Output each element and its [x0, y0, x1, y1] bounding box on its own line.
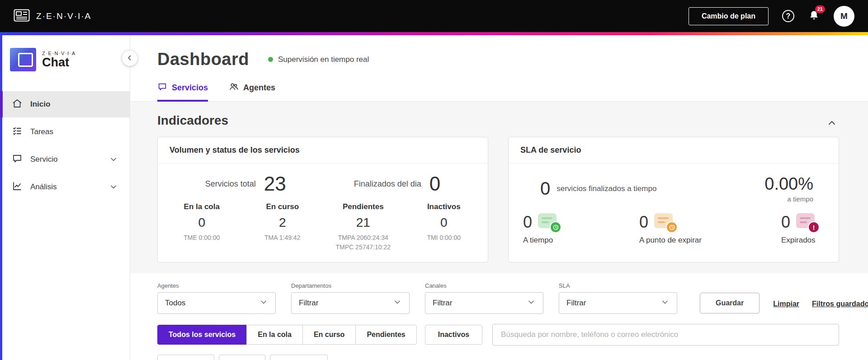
filter-sla: SLA Filtrar — [559, 282, 677, 314]
stat-label: En la cola — [161, 202, 242, 211]
finished-today: Finalizados del dia 0 — [354, 173, 441, 195]
saved-filters-link[interactable]: Filtros guardados — [812, 300, 868, 308]
tab-pendientes[interactable]: Pendientes — [355, 325, 416, 345]
finished-today-value: 0 — [429, 173, 440, 195]
stat-inactivos: Inactivos 0 TMI 0:00:00 — [404, 202, 485, 252]
change-plan-button[interactable]: Cambio de plan — [689, 7, 769, 25]
brand-name: Z·E·N·V·I·A — [36, 11, 91, 21]
filter-canales: Canales Filtrar — [425, 282, 543, 314]
stat-sub: TME 0:00:00 — [161, 233, 242, 243]
select-value: Filtrar — [566, 299, 586, 308]
sla-on-time-value: 0 — [523, 213, 532, 232]
sla-expired-value: 0 — [781, 213, 790, 232]
agentes-select[interactable]: Todos — [157, 292, 276, 314]
realtime-status: Supervisión en tiempo real — [268, 55, 369, 64]
brand-gradient-bar — [0, 32, 868, 35]
user-avatar[interactable]: M — [834, 6, 854, 27]
sidebar-item-label: Servicio — [30, 155, 57, 164]
stat-value: 0 — [161, 215, 242, 230]
actions-bar: Transferir Cerrar Descartar Definir colu… — [130, 346, 868, 360]
sla-about-to-expire-value: 0 — [639, 213, 648, 232]
select-value: Filtrar — [433, 299, 452, 308]
tab-en-curso[interactable]: En curso — [302, 325, 356, 345]
sla-card-title: SLA de servicio — [509, 137, 839, 164]
zenvia-chat-logo-icon — [10, 48, 36, 71]
tab-agentes[interactable]: Agentes — [229, 82, 275, 102]
zenvia-logo-icon — [14, 9, 30, 23]
chat-bubble-icon — [157, 82, 167, 94]
indicators-title: Indicadores — [157, 113, 228, 128]
tasks-icon — [12, 126, 23, 139]
service-status-tabs: Todos los servicios En la cola En curso … — [157, 325, 417, 345]
sidebar-item-label: Análisis — [30, 182, 57, 192]
chevron-down-icon — [109, 155, 118, 164]
help-button[interactable]: ? — [782, 10, 794, 22]
expired-chat-alert-icon: ! — [796, 213, 818, 232]
sidebar-item-label: Inicio — [30, 100, 50, 109]
save-filters-button[interactable]: Guardar — [700, 293, 760, 313]
chevron-down-icon — [660, 298, 670, 309]
stat-sub: TMI 0:00:00 — [404, 233, 485, 243]
sla-on-time: 0 A tiempo — [523, 213, 560, 245]
tab-label: Agentes — [243, 83, 275, 93]
stat-pendientes: Pendientes 21 TMPA 2060:24:34 TMPC 25747… — [323, 202, 404, 252]
services-total: Servicios total 23 — [205, 173, 286, 195]
home-icon — [12, 98, 23, 111]
sidebar-item-inicio[interactable]: Inicio — [0, 91, 130, 117]
stat-en-curso: En curso 2 TMA 1:49:42 — [242, 202, 323, 252]
chevron-down-icon — [393, 298, 402, 309]
tab-todos-los-servicios[interactable]: Todos los servicios — [157, 325, 247, 345]
tab-servicios[interactable]: Servicios — [157, 82, 208, 102]
sla-on-time-label: A tiempo — [523, 236, 560, 245]
transfer-button[interactable]: Transferir — [157, 355, 214, 360]
sidebar-menu: Inicio Tareas Servicio — [0, 91, 130, 200]
departamentos-select[interactable]: Filtrar — [291, 292, 410, 314]
sla-select[interactable]: Filtrar — [559, 292, 677, 314]
logo-product-text: Chat — [42, 56, 76, 69]
stat-value: 0 — [404, 215, 485, 230]
sla-finished-label: servicios finalizados a tiempo — [557, 184, 656, 193]
topbar: Z·E·N·V·I·A Cambio de plan ? 21 M — [0, 0, 868, 32]
agents-icon — [229, 82, 239, 94]
sidebar-item-servicio[interactable]: Servicio — [0, 146, 130, 173]
canales-select[interactable]: Filtrar — [425, 292, 543, 314]
status-dot — [268, 57, 273, 62]
search-input[interactable] — [492, 324, 839, 346]
collapse-indicators-button[interactable] — [825, 116, 839, 131]
sla-expired: 0 ! Expirados — [781, 213, 818, 245]
stat-value: 21 — [323, 215, 404, 230]
topbar-actions: Cambio de plan ? 21 M — [689, 6, 854, 27]
stat-sub: TMA 1:49:42 — [242, 233, 323, 243]
tab-inactivos[interactable]: Inactivos — [425, 325, 482, 345]
stat-sub: TMPA 2060:24:34 — [323, 233, 404, 243]
sidebar-collapse-button[interactable] — [122, 51, 137, 66]
sla-percent: 0.00% a tiempo — [764, 174, 813, 203]
sidebar-item-analisis[interactable]: Análisis — [0, 174, 130, 200]
chat-bubble-icon — [12, 153, 23, 166]
tab-label: Servicios — [172, 83, 208, 93]
chevron-down-icon — [109, 182, 118, 192]
tab-en-la-cola[interactable]: En la cola — [246, 325, 303, 345]
on-time-chat-clock-icon — [538, 213, 560, 232]
sidebar-item-label: Tareas — [30, 127, 53, 136]
sidebar-accent-edge — [0, 35, 2, 360]
stat-en-la-cola: En la cola 0 TME 0:00:00 — [161, 202, 242, 252]
services-total-label: Servicios total — [205, 179, 256, 189]
filter-label: SLA — [559, 282, 677, 289]
select-value: Todos — [165, 299, 185, 308]
expiring-chat-alarm-icon — [654, 213, 676, 232]
sla-finished-value: 0 — [540, 178, 550, 199]
sla-about-to-expire: 0 A punto de expirar — [639, 213, 702, 245]
sidebar-item-tareas[interactable]: Tareas — [0, 119, 130, 145]
stat-label: Pendientes — [323, 202, 404, 211]
indicators-section: Indicadores Volumen y status de los serv… — [130, 102, 868, 273]
product-logo: Z·E·N·V·I·A Chat — [0, 35, 130, 82]
volume-card-title: Volumen y status de los servicios — [158, 137, 488, 164]
sla-percent-value: 0.00% — [764, 174, 813, 194]
clear-filters-link[interactable]: Limpiar — [773, 300, 799, 308]
filter-label: Departamentos — [291, 282, 410, 289]
notifications-button[interactable]: 21 — [808, 9, 820, 23]
discard-button[interactable]: Descartar — [270, 355, 327, 360]
main-tabs: Servicios Agentes — [130, 69, 868, 102]
close-button[interactable]: Cerrar — [219, 355, 265, 360]
